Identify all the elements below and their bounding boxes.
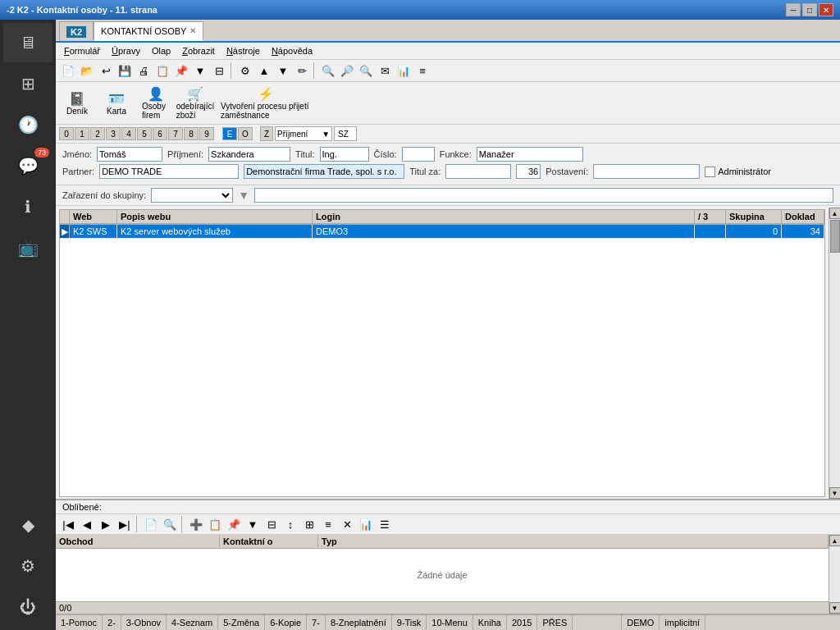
num-tab-2[interactable]: 2	[90, 127, 105, 140]
num-tab-3[interactable]: 3	[106, 127, 121, 140]
num-tab-6[interactable]: 6	[153, 127, 167, 140]
tb-search3[interactable]: 🔍	[357, 62, 375, 80]
menu-zobrazit[interactable]: Zobrazit	[177, 44, 220, 57]
scroll-up-arrow[interactable]: ▲	[829, 208, 841, 219]
sidebar-item-monitor[interactable]: 🖥	[3, 23, 52, 62]
status-btn-9[interactable]: 9-Tisk	[392, 614, 427, 630]
bt-first[interactable]: |◀	[59, 515, 77, 533]
tb-list[interactable]: ≡	[413, 62, 431, 80]
company-input[interactable]	[244, 164, 404, 179]
titul-za-input[interactable]	[445, 164, 511, 179]
sidebar-item-gear[interactable]: ⚙	[3, 546, 52, 586]
tb2-osoby[interactable]: 👤 Osoby firem	[138, 84, 174, 122]
bt-sort[interactable]: ↕	[281, 515, 299, 533]
tb-copy[interactable]: 📋	[153, 62, 171, 80]
tb-print[interactable]: 🖨	[135, 62, 153, 80]
bt-expand[interactable]: ⊞	[300, 515, 318, 533]
tb-new[interactable]: 📄	[59, 62, 77, 80]
bt-doc[interactable]: 📄	[142, 515, 160, 533]
menu-olap[interactable]: Olap	[147, 44, 176, 57]
partner-input[interactable]	[99, 164, 239, 179]
tb-filter[interactable]: ▼	[191, 62, 209, 80]
tab-close-icon[interactable]: ✕	[189, 26, 196, 35]
bt-paste[interactable]: 📌	[225, 515, 243, 533]
tb-filter2[interactable]: ⊟	[210, 62, 228, 80]
tb2-karta[interactable]: 🪪 Karta	[98, 89, 135, 118]
col-login[interactable]: Login	[313, 210, 695, 223]
tab-k2[interactable]: K2	[59, 21, 94, 41]
num-tab-7[interactable]: 7	[168, 127, 183, 140]
col-skupina[interactable]: Skupina	[726, 210, 782, 223]
tb-search1[interactable]: 🔍	[319, 62, 337, 80]
bt-add[interactable]: ➕	[187, 515, 205, 533]
maximize-button[interactable]: □	[802, 3, 817, 16]
col-doklad[interactable]: Doklad	[782, 210, 824, 223]
tab-kontaktni[interactable]: KONTAKTNÍ OSOBY ✕	[94, 21, 203, 41]
bt-del[interactable]: ✕	[338, 515, 356, 533]
sidebar-item-info[interactable]: ℹ	[3, 187, 52, 226]
bt-last[interactable]: ▶|	[116, 515, 134, 533]
sz-box[interactable]: SZ	[334, 126, 357, 141]
admin-checkbox[interactable]	[705, 167, 715, 177]
num-tab-E[interactable]: E	[222, 127, 237, 140]
tb-search2[interactable]: 🔎	[338, 62, 356, 80]
bcol-typ[interactable]: Typ	[318, 535, 829, 548]
bt-filter2[interactable]: ⊟	[262, 515, 281, 533]
bcol-kontaktni[interactable]: Kontaktní o	[220, 535, 318, 548]
menu-napoveda[interactable]: Nápověda	[267, 44, 317, 57]
status-btn-6[interactable]: 6-Kopie	[265, 614, 307, 630]
bt-next[interactable]: ▶	[97, 515, 115, 533]
tb-up[interactable]: ▲	[255, 62, 273, 80]
bt-search[interactable]: 🔍	[161, 515, 179, 533]
status-btn-3[interactable]: 3-Obnov	[121, 614, 167, 630]
sidebar-item-grid[interactable]: ⊞	[3, 64, 52, 103]
num-tab-9[interactable]: 9	[199, 127, 214, 140]
prijmeni-z-btn[interactable]: Z	[260, 126, 273, 141]
status-btn-1[interactable]: 1-Pomoc	[56, 614, 103, 630]
num-tab-0[interactable]: 0	[59, 127, 74, 140]
num-tab-4[interactable]: 4	[121, 127, 136, 140]
minimize-button[interactable]: ─	[786, 3, 801, 16]
scroll-down-arrow[interactable]: ▼	[829, 487, 841, 499]
sidebar-item-diamond[interactable]: ◆	[3, 505, 52, 545]
bt-copy[interactable]: 📋	[206, 515, 224, 533]
status-btn-5[interactable]: 5-Změna	[218, 614, 265, 630]
bt-export[interactable]: 📊	[357, 515, 375, 533]
menu-nastroje[interactable]: Nástroje	[221, 44, 265, 57]
bt-list[interactable]: ≡	[319, 515, 337, 533]
col-popis[interactable]: Popis webu	[117, 210, 313, 223]
status-btn-4[interactable]: 4-Seznam	[167, 614, 218, 630]
tb-paste[interactable]: 📌	[172, 62, 190, 80]
prijmeni-input[interactable]	[208, 147, 290, 162]
tb-chart[interactable]: 📊	[395, 62, 413, 80]
status-btn-2[interactable]: 2-	[103, 614, 121, 630]
status-btn-8[interactable]: 8-Zneplatnění	[326, 614, 392, 630]
scroll-thumb[interactable]	[830, 220, 840, 253]
menu-upravy[interactable]: Úpravy	[107, 44, 145, 57]
sidebar-item-clock[interactable]: 🕐	[3, 105, 52, 144]
num-tab-1[interactable]: 1	[75, 127, 89, 140]
status-btn-7[interactable]: 7-	[307, 614, 326, 630]
postaveni-input[interactable]	[593, 164, 700, 179]
tb2-denik[interactable]: 📓 Deník	[59, 89, 95, 118]
bcol-obchod[interactable]: Obchod	[56, 535, 220, 548]
group-text-input[interactable]	[254, 188, 833, 203]
close-button[interactable]: ✕	[819, 3, 833, 16]
sidebar-item-power[interactable]: ⏻	[3, 587, 52, 627]
tb-edit[interactable]: ✏	[293, 62, 311, 80]
group-select[interactable]	[151, 188, 233, 203]
number-input[interactable]	[516, 164, 541, 179]
num-tab-8[interactable]: 8	[184, 127, 199, 140]
sidebar-item-tv[interactable]: 📺	[3, 228, 52, 267]
col-web[interactable]: Web	[70, 210, 117, 223]
tb-save[interactable]: 💾	[116, 62, 134, 80]
tb2-vytvoreni[interactable]: ⚡ Vytvoření procesu přijetí zaměstnance	[217, 84, 315, 122]
num-tab-O[interactable]: O	[238, 127, 253, 140]
num-tab-5[interactable]: 5	[137, 127, 152, 140]
tb-undo[interactable]: ↩	[97, 62, 115, 80]
tb2-odebira[interactable]: 🛒 odebírající zboží	[177, 84, 213, 122]
tb-mail[interactable]: ✉	[376, 62, 394, 80]
tb-settings[interactable]: ⚙	[236, 62, 254, 80]
bt-prev[interactable]: ◀	[78, 515, 96, 533]
prijmeni-dropdown[interactable]: Příjmení ▼	[275, 126, 332, 141]
